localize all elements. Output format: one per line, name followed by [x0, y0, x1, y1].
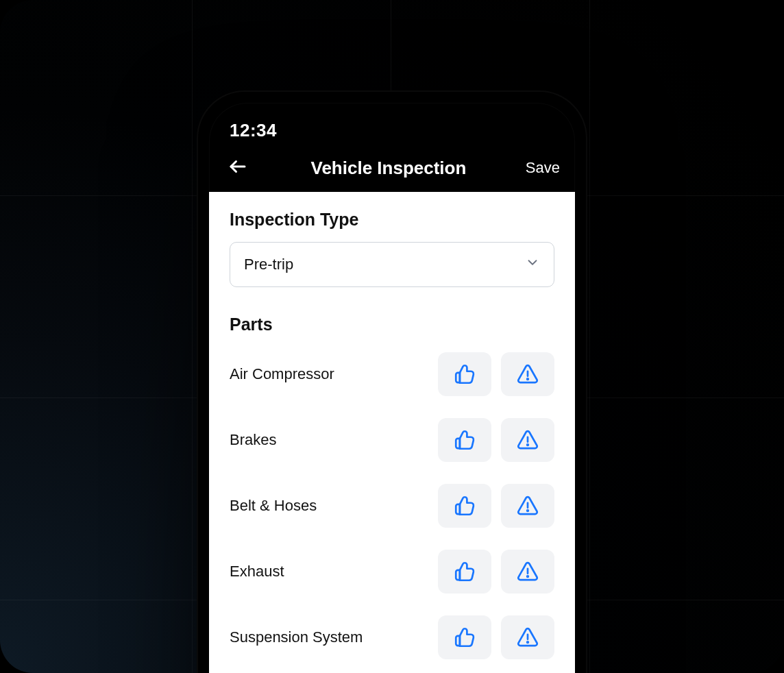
part-actions [438, 615, 554, 659]
part-row: Brakes [230, 413, 554, 478]
part-name: Brakes [230, 431, 276, 449]
part-row: Exhaust [230, 544, 554, 610]
part-ok-button[interactable] [438, 418, 491, 462]
page-title: Vehicle Inspection [252, 158, 526, 179]
thumbs-up-icon [453, 428, 476, 452]
status-time: 12:34 [230, 120, 277, 141]
screen-content: Inspection Type Pre-trip Parts Air Compr… [209, 192, 575, 673]
save-button[interactable]: Save [526, 159, 560, 177]
part-actions [438, 550, 554, 594]
part-warn-button[interactable] [501, 550, 554, 594]
chevron-down-icon [525, 255, 540, 274]
arrow-left-icon [228, 156, 248, 180]
back-button[interactable] [224, 154, 252, 182]
phone-mockup: 12:34 Vehicle Inspection Save Inspection… [197, 90, 587, 673]
thumbs-up-icon [453, 560, 476, 583]
part-row: Air Compressor [230, 347, 554, 413]
part-name: Suspension System [230, 628, 363, 646]
inspection-type-value: Pre-trip [244, 256, 293, 273]
part-ok-button[interactable] [438, 484, 491, 528]
part-actions [438, 418, 554, 462]
part-warn-button[interactable] [501, 352, 554, 396]
part-ok-button[interactable] [438, 352, 491, 396]
thumbs-up-icon [453, 363, 476, 386]
part-row: Suspension System [230, 610, 554, 673]
status-bar: 12:34 [209, 103, 575, 144]
phone-screen: 12:34 Vehicle Inspection Save Inspection… [209, 103, 575, 673]
thumbs-up-icon [453, 494, 476, 517]
parts-title: Parts [230, 315, 554, 334]
warning-triangle-icon [516, 494, 539, 517]
svg-point-4 [527, 444, 528, 445]
svg-point-8 [527, 576, 528, 577]
part-name: Belt & Hoses [230, 497, 317, 515]
thumbs-up-icon [453, 626, 476, 649]
part-warn-button[interactable] [501, 418, 554, 462]
part-ok-button[interactable] [438, 615, 491, 659]
warning-triangle-icon [516, 428, 539, 452]
background-card: 12:34 Vehicle Inspection Save Inspection… [0, 0, 784, 673]
part-row: Belt & Hoses [230, 478, 554, 544]
warning-triangle-icon [516, 560, 539, 583]
svg-point-2 [527, 378, 528, 380]
part-name: Air Compressor [230, 365, 334, 383]
part-warn-button[interactable] [501, 615, 554, 659]
part-actions [438, 484, 554, 528]
part-warn-button[interactable] [501, 484, 554, 528]
svg-point-10 [527, 641, 528, 643]
inspection-type-select[interactable]: Pre-trip [230, 242, 554, 287]
app-header: Vehicle Inspection Save [209, 144, 575, 192]
svg-point-6 [527, 510, 528, 511]
warning-triangle-icon [516, 626, 539, 649]
inspection-type-title: Inspection Type [230, 210, 554, 230]
warning-triangle-icon [516, 363, 539, 386]
part-ok-button[interactable] [438, 550, 491, 594]
part-actions [438, 352, 554, 396]
part-name: Exhaust [230, 563, 284, 580]
